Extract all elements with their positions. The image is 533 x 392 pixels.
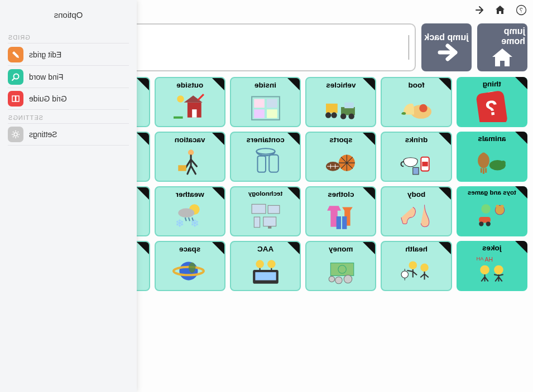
folder-corner-icon [515, 241, 527, 253]
folder-corner-icon [363, 78, 375, 90]
folder-corner-icon [439, 242, 451, 254]
grid-cell-inside[interactable]: inside [230, 77, 301, 127]
grid-cell-weather[interactable]: weather [155, 186, 225, 236]
text-caret [409, 35, 409, 60]
jump-home-button[interactable]: jump home [477, 23, 527, 71]
folder-corner-icon [515, 186, 527, 199]
folder-corner-icon [439, 78, 451, 90]
food-icon [383, 89, 449, 124]
sidebar-item-grid-guide[interactable]: Grid Guide [8, 88, 129, 110]
pencil-icon [8, 47, 23, 62]
grid-cell-health[interactable]: health [381, 241, 452, 291]
folder-corner-icon [137, 133, 149, 145]
folder-corner-icon [287, 78, 300, 90]
grid-cell-body[interactable]: body [381, 186, 452, 236]
grid-cell-label: money [329, 245, 353, 253]
inside-icon [232, 89, 299, 124]
sidebar-item-find-word[interactable]: Find word [8, 65, 129, 88]
drinks-icon [383, 144, 449, 179]
sports-icon [308, 144, 374, 179]
sidebar-item-label: Grid Guide [29, 94, 67, 103]
grid-cell-label: toys and games [468, 190, 516, 196]
grid-cell-sports[interactable]: sports [305, 132, 376, 182]
folder-corner-icon [212, 242, 224, 254]
grid-cell-label: containers [246, 136, 284, 144]
vacation-icon [157, 144, 223, 179]
grid-cell-clothes[interactable]: clothes [305, 186, 376, 236]
outside-icon [157, 89, 223, 124]
vehicles-icon [308, 89, 374, 124]
sidebar-item-settings[interactable]: Settings [8, 123, 129, 146]
svg-rect-7 [16, 96, 20, 101]
grid-cell-label: outside [176, 81, 203, 89]
back-arrow-icon[interactable] [473, 4, 485, 16]
grid-cell-drinks[interactable]: drinks [381, 132, 452, 182]
grid-cell-jokes[interactable]: jokes [457, 241, 527, 291]
clothes-icon [308, 199, 374, 234]
grid-cell-outside[interactable]: outside [155, 77, 225, 127]
grid-cell-vacation[interactable]: vacation [155, 132, 225, 182]
folder-corner-icon [515, 132, 527, 144]
grid-cell-space[interactable]: space [155, 241, 225, 291]
svg-text:?: ? [520, 7, 523, 13]
grid-cell-vehicles[interactable]: vehicles [305, 77, 376, 127]
grid-cell-label: inside [255, 81, 276, 89]
svg-point-9 [14, 133, 17, 136]
folder-corner-icon [287, 133, 300, 145]
jump-back-label: jump back [424, 32, 468, 42]
technology-icon [232, 197, 299, 234]
grid-cell-label: thing [483, 80, 501, 88]
grid-cell-label: AAC [257, 245, 273, 253]
body-icon [383, 199, 449, 234]
house-icon [490, 46, 515, 69]
animals-icon [458, 143, 526, 180]
sidebar-item-label: Settings [29, 130, 57, 139]
grid-cell-label: technology [248, 191, 282, 197]
grid-cell-money[interactable]: money [305, 241, 376, 291]
jump-back-button[interactable]: jump back [421, 23, 472, 71]
search-icon [8, 69, 23, 85]
grid-cell-technology[interactable]: technology [230, 186, 301, 236]
home-icon[interactable] [494, 4, 506, 16]
grid-cell-label: health [405, 245, 428, 253]
svg-rect-8 [12, 96, 16, 101]
grid-cell-label: sports [329, 136, 352, 144]
svg-point-6 [14, 74, 19, 79]
grid-cell-label: food [408, 81, 424, 89]
grid-cell-label: vacation [175, 136, 205, 144]
question-icon [458, 88, 526, 125]
sidebar-section-settings: SETTINGS [8, 114, 129, 121]
grid-cell-AAC[interactable]: AAC [230, 241, 301, 291]
grid-cell-thing[interactable]: thing [457, 77, 527, 127]
folder-corner-icon [515, 77, 527, 89]
grid-cell-toys-and-games[interactable]: toys and games [457, 186, 527, 236]
health-icon [383, 253, 449, 288]
grid-cell-animals[interactable]: animals [457, 132, 527, 182]
grid-cell-food[interactable]: food [381, 77, 452, 127]
book-icon [8, 91, 23, 107]
grid-cell-label: body [407, 191, 425, 199]
jokes-icon [458, 252, 526, 289]
folder-corner-icon [287, 242, 300, 254]
sidebar-item-edit-grids[interactable]: Edit grids [8, 43, 129, 65]
help-icon[interactable]: ? [515, 4, 527, 16]
containers-icon [232, 144, 299, 179]
folder-corner-icon [363, 187, 375, 200]
options-sidebar: Options GRIDS Edit grids Find word Grid … [0, 0, 137, 392]
folder-corner-icon [212, 78, 224, 90]
toys-icon [458, 196, 526, 235]
weather-icon [157, 199, 223, 234]
folder-corner-icon [212, 187, 224, 200]
grid-cell-label: clothes [328, 191, 354, 199]
grid-cell-containers[interactable]: containers [230, 132, 301, 182]
money-icon [308, 253, 374, 288]
grid-cell-label: animals [478, 135, 506, 143]
jump-home-label: jump home [479, 26, 525, 46]
aac-icon [232, 253, 299, 288]
grid-cell-label: drinks [405, 136, 428, 144]
grid-cell-label: weather [176, 191, 204, 199]
folder-corner-icon [363, 133, 375, 145]
folder-corner-icon [212, 133, 224, 145]
folder-corner-icon [363, 242, 375, 254]
folder-corner-icon [439, 187, 451, 200]
